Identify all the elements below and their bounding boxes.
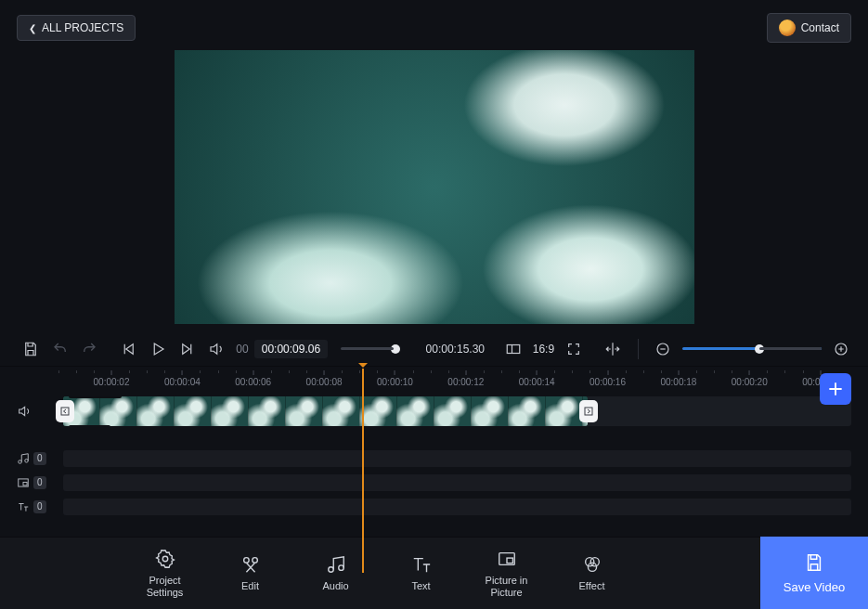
video-track-label (17, 404, 56, 419)
timecode-duration: 00:00:15.30 (426, 343, 485, 356)
fit-timeline-icon[interactable] (602, 338, 623, 360)
preview-wrap (0, 50, 868, 331)
volume-icon[interactable] (207, 338, 227, 360)
video-track[interactable]: 00:00:15 100% (63, 396, 851, 426)
duration: 00:00:15.30 (413, 343, 485, 356)
pip-track[interactable] (63, 474, 851, 491)
ruler-tick: 00:00:20 (732, 370, 768, 387)
all-projects-label: ALL PROJECTS (42, 21, 123, 34)
ruler-tick: 00:00:02 (94, 370, 130, 387)
ruler-tick: 00:00:18 (660, 370, 696, 387)
text-button[interactable]: Text (392, 554, 451, 592)
video-track-row: 00:00:15 100% (17, 396, 851, 426)
all-projects-button[interactable]: ❮ ALL PROJECTS (17, 15, 136, 41)
timecode-current[interactable]: 00:00:09.06 (254, 340, 328, 358)
clip-handle-left[interactable] (56, 400, 74, 422)
control-bar: 00 00:00:09.06 00:00:15.30 16:9 (0, 331, 868, 367)
timecode: 00 00:00:09.06 (236, 340, 328, 358)
timecode-prefix: 00 (236, 343, 248, 356)
pip-track-row: 0 (17, 474, 851, 491)
add-media-button[interactable] (820, 373, 851, 405)
save-video-button[interactable]: Save Video (760, 537, 868, 609)
clip-duration-badge: 00:00:15 (69, 396, 122, 398)
edit-button[interactable]: Edit (221, 554, 280, 592)
text-track-label: 0 (17, 500, 56, 513)
svg-point-9 (243, 558, 249, 564)
bottom-toolbar: Project Settings Edit Audio Text Picture… (0, 537, 868, 609)
contact-button[interactable]: Contact (767, 13, 851, 43)
ruler-tick: 00:00:10 (377, 370, 413, 387)
scrub-slider[interactable] (341, 344, 399, 354)
pip-button[interactable]: Picture in Picture (477, 549, 537, 598)
effect-button[interactable]: Effect (563, 554, 622, 592)
contact-label: Contact (801, 21, 839, 34)
play-icon[interactable] (148, 338, 168, 360)
svg-point-14 (590, 558, 599, 566)
aspect-ratio-label: 16:9 (533, 343, 554, 356)
redo-icon[interactable] (80, 338, 100, 360)
ruler-tick: 00:00:04 (164, 370, 201, 387)
header: ❮ ALL PROJECTS Contact (0, 0, 868, 50)
video-clip[interactable]: 00:00:15 100% (63, 396, 588, 426)
audio-track-label: 0 (17, 452, 56, 465)
svg-point-15 (588, 563, 596, 571)
save-project-icon[interactable] (20, 338, 41, 360)
svg-point-10 (252, 558, 257, 564)
svg-rect-5 (585, 408, 592, 415)
zoom-slider[interactable] (682, 347, 822, 350)
contact-avatar-icon (779, 19, 796, 36)
pip-track-label: 0 (17, 476, 56, 489)
svg-point-8 (162, 556, 168, 562)
ruler-tick: 00:00:06 (235, 370, 271, 387)
timeline: 00:00:15 100% 0 0 (0, 396, 868, 515)
ruler-tick: 00:00:14 (519, 370, 555, 387)
audio-button[interactable]: Audio (306, 554, 366, 592)
clip-volume-badge: 100% (69, 425, 110, 426)
next-frame-icon[interactable] (177, 338, 198, 360)
svg-rect-12 (507, 558, 512, 564)
text-track-row: 0 (17, 499, 851, 515)
prev-frame-icon[interactable] (118, 338, 138, 360)
svg-rect-4 (61, 408, 69, 415)
playhead[interactable] (362, 369, 364, 573)
project-settings-button[interactable]: Project Settings (136, 549, 195, 598)
chevron-left-icon: ❮ (29, 23, 36, 33)
ruler-tick: 00:00:08 (306, 370, 343, 387)
zoom-out-icon[interactable] (654, 338, 674, 360)
svg-rect-7 (23, 482, 27, 486)
ruler-tick: 00:00:12 (447, 370, 484, 387)
timeline-ruler[interactable]: 00:00:0200:00:0400:00:0600:00:0800:00:10… (56, 370, 851, 396)
undo-icon[interactable] (50, 338, 71, 360)
audio-track-row: 0 (17, 450, 851, 467)
clip-handle-right[interactable] (579, 400, 598, 422)
zoom-in-icon[interactable] (831, 338, 851, 360)
svg-rect-0 (507, 344, 520, 353)
aspect-ratio-icon[interactable] (503, 338, 524, 360)
ruler-tick: 00:00:16 (589, 370, 626, 387)
fullscreen-icon[interactable] (564, 338, 584, 360)
video-preview[interactable] (175, 50, 694, 324)
audio-track[interactable] (63, 450, 851, 467)
text-track[interactable] (63, 499, 851, 515)
